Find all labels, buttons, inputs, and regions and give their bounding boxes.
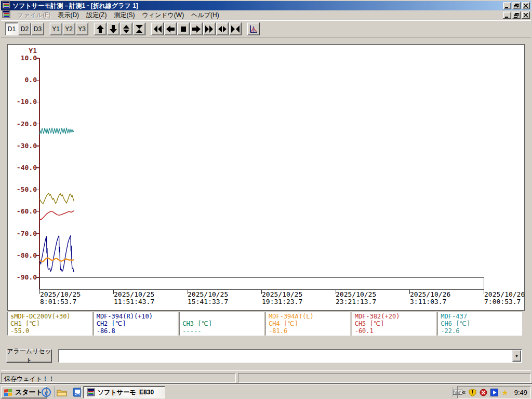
y-axis-name: Y1	[8, 47, 37, 55]
line-chart-panel: Y1 10.0 0.0 -10.0 -20.0 -30.0 -40.0 -50.…	[7, 44, 525, 311]
menu-measure[interactable]: 測定(S)	[110, 10, 138, 21]
expand-horizontal-icon[interactable]	[216, 22, 229, 35]
close-button[interactable]	[522, 2, 530, 9]
internet-explorer-icon[interactable]: e	[41, 387, 52, 398]
rewind-icon[interactable]	[151, 22, 164, 35]
favorites-tray-icon[interactable]: ★	[501, 389, 508, 396]
y-tick: -10.0	[8, 98, 37, 105]
scroll-up-icon[interactable]	[94, 22, 107, 35]
windows-logo-icon	[4, 388, 13, 397]
restore-button[interactable]	[512, 2, 521, 9]
menu-view[interactable]: 表示(D)	[54, 10, 83, 21]
y-tick: -30.0	[8, 142, 37, 150]
system-tray: « ! ★ 9:49	[457, 386, 531, 398]
stop-icon[interactable]	[177, 22, 190, 35]
step-back-icon[interactable]	[164, 22, 177, 35]
taskbar-app-button[interactable]: ソフトサーモ E830	[83, 386, 165, 398]
y-tick: -20.0	[8, 121, 37, 128]
app-icon	[87, 388, 95, 396]
expand-vertical-icon[interactable]	[119, 22, 132, 35]
title-bar: ソフトサーモ計測－計測1 - [折れ線グラフ 1]	[1, 1, 531, 10]
chart-canvas	[8, 45, 524, 310]
svg-text:!: !	[472, 390, 473, 395]
child-minimize-button[interactable]	[503, 11, 511, 19]
display-2-button[interactable]: D2	[18, 22, 31, 35]
menu-help[interactable]: ヘルプ(H)	[188, 10, 223, 21]
y-tick: -70.0	[8, 230, 37, 237]
window-title: ソフトサーモ計測－計測1 - [折れ線グラフ 1]	[12, 2, 502, 10]
status-bar: 保存ウェイト！！	[1, 370, 531, 383]
x-tick-label: 2025/10/2523:21:13.7	[336, 291, 376, 305]
axis-y1-button[interactable]: Y1	[49, 22, 62, 35]
alarm-combobox[interactable]: ▼	[58, 349, 522, 363]
x-tick-label: 2025/10/267:00:53.7	[484, 291, 525, 305]
child-restore-button[interactable]	[512, 11, 521, 19]
media-player-tray-icon[interactable]	[490, 389, 498, 396]
alarm-reset-button[interactable]: アラームリセット	[6, 349, 52, 363]
menu-bar: ファイル(F) 表示(D) 設定(Z) 測定(S) ウィンドウ(W) ヘルプ(H…	[1, 10, 531, 20]
display-1-button[interactable]: D1	[5, 22, 18, 35]
status-message: 保存ウェイト！！	[1, 373, 236, 383]
y-tick: -60.0	[8, 208, 37, 215]
y-tick: 0.0	[8, 76, 37, 84]
channel-legend: sMDF-DC200V(+30)CH1 [℃]-55.0 MDF-394(R)(…	[7, 312, 522, 336]
x-tick-label: 2025/10/258:01:53.7	[40, 291, 81, 305]
graph-settings-icon[interactable]	[247, 22, 260, 35]
taskbar: スタート e ソフトサーモ E830 « ! ★ 9:49	[0, 384, 532, 399]
svg-text:e: e	[45, 389, 48, 396]
y-tick: -40.0	[8, 164, 37, 171]
compress-vertical-icon[interactable]	[132, 22, 145, 35]
fast-forward-icon[interactable]	[203, 22, 216, 35]
legend-cell-ch1: sMDF-DC200V(+30)CH1 [℃]-55.0	[7, 312, 92, 336]
minimize-button[interactable]	[503, 2, 511, 9]
menu-file[interactable]: ファイル(F)	[14, 10, 54, 21]
menu-settings[interactable]: 設定(Z)	[83, 10, 110, 21]
x-tick-label: 2025/10/2511:51:43.7	[114, 291, 154, 305]
child-close-button[interactable]	[522, 11, 530, 19]
taskbar-clock: 9:49	[514, 389, 527, 396]
tray-collapse-icon[interactable]: «	[462, 389, 466, 396]
separator	[81, 387, 82, 397]
alarm-combo-value	[59, 350, 512, 362]
legend-cell-ch2: MDF-394(R)(+10)CH2 [℃]-86.8	[94, 312, 178, 336]
x-tick-label: 2025/10/2515:41:33.7	[188, 291, 228, 305]
compress-horizontal-icon[interactable]	[229, 22, 242, 35]
y-tick: -80.0	[8, 252, 37, 259]
quick-launch-folder-icon[interactable]	[56, 387, 68, 398]
legend-cell-ch6: MDF-437CH6 [℃]-22.6	[437, 312, 522, 336]
step-forward-icon[interactable]	[190, 22, 203, 35]
menu-window[interactable]: ウィンドウ(W)	[138, 10, 188, 21]
x-tick-label: 2025/10/263:11:03.7	[410, 291, 450, 305]
separator	[54, 387, 55, 397]
chevron-down-icon[interactable]: ▼	[512, 350, 521, 362]
y-tick: -90.0	[8, 274, 37, 281]
app-icon	[2, 1, 10, 11]
y-tick: 10.0	[8, 55, 37, 62]
scroll-down-icon[interactable]	[107, 22, 119, 35]
axis-y2-button[interactable]: Y2	[62, 22, 75, 35]
graph-window-body: Y1 10.0 0.0 -10.0 -20.0 -30.0 -40.0 -50.…	[1, 37, 531, 370]
legend-cell-ch5: MDF-382(+20)CH5 [℃]-60.1	[352, 312, 436, 336]
display-3-button[interactable]: D3	[31, 22, 44, 35]
legend-cell-ch3: CH3 [℃]-----	[179, 312, 264, 336]
legend-cell-ch4: MDF-394AT(L)CH4 [℃]-81.6	[265, 312, 350, 336]
child-window-icon	[2, 10, 10, 20]
axis-y3-button[interactable]: Y3	[75, 22, 88, 35]
security-alert-icon[interactable]	[480, 389, 487, 396]
y-tick: -50.0	[8, 186, 37, 193]
security-warning-icon[interactable]: !	[469, 389, 476, 396]
status-secondary-panel	[238, 373, 531, 383]
desktop: { "window": { "title": "ソフトサーモ計測－計測1 - […	[0, 0, 532, 399]
toolbar: D1 D2 D3 Y1 Y2 Y3	[1, 21, 531, 37]
x-tick-label: 2025/10/2519:31:23.7	[262, 291, 302, 305]
